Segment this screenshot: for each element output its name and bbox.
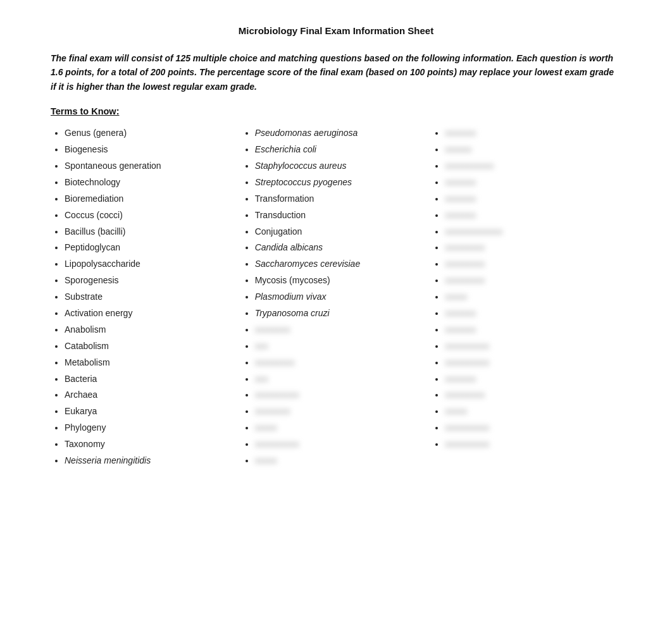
list-item: xxxxxxx — [445, 305, 609, 322]
list-item: Bacillus (bacilli) — [65, 224, 228, 240]
list-item: Coccus (cocci) — [65, 207, 228, 224]
list-item: xxxxxxxxxxx — [445, 158, 609, 175]
col1-list: Genus (genera) Biogenesis Spontaneous ge… — [51, 125, 228, 469]
list-item: xxxxx — [445, 289, 609, 305]
list-item: xxxxxxxxx — [445, 273, 609, 289]
list-item: xxxxx — [255, 453, 419, 469]
list-item: xxxxxxx — [445, 191, 609, 207]
list-item: xxxxxxxxxx — [445, 355, 609, 371]
list-item: Pseudomonas aeruginosa — [255, 125, 419, 142]
list-item: Mycosis (mycoses) — [255, 273, 419, 289]
list-item: xxx — [255, 338, 419, 355]
list-item: xxxxxxxxxx — [255, 387, 419, 403]
intro-paragraph: The final exam will consist of 125 multi… — [51, 51, 621, 94]
list-item: xxxxxxx — [445, 207, 609, 224]
list-item: Streptococcus pyogenes — [255, 175, 419, 191]
list-item: xxxxx — [255, 420, 419, 436]
list-item: Escherichia coli — [255, 142, 419, 158]
list-item: xxxxx — [445, 403, 609, 420]
list-item: Lipopolysaccharide — [65, 256, 228, 273]
page-title: Microbiology Final Exam Information Shee… — [51, 25, 621, 36]
list-item: Neisseria meningitidis — [65, 453, 228, 469]
list-item: Plasmodium vivax — [255, 289, 419, 305]
list-item: xxxxxx — [445, 142, 609, 158]
list-item: xxxxxxxxxx — [445, 338, 609, 355]
list-item: Saccharomyces cerevisiae — [255, 256, 419, 273]
list-item: Candida albicans — [255, 240, 419, 256]
list-item: Biotechnology — [65, 175, 228, 191]
list-item: xxx — [255, 371, 419, 388]
list-item: Archaea — [65, 387, 228, 403]
list-item: xxxxxxxx — [255, 322, 419, 338]
list-item: xxxxxxxx — [255, 403, 419, 420]
terms-columns: Genus (genera) Biogenesis Spontaneous ge… — [51, 125, 621, 469]
list-item: xxxxxxx — [445, 322, 609, 338]
list-item: xxxxxxxxx — [445, 240, 609, 256]
column-3: xxxxxxx xxxxxx xxxxxxxxxxx xxxxxxx xxxxx… — [431, 125, 621, 453]
list-item: xxxxxxxxxx — [255, 436, 419, 453]
section-heading: Terms to Know: — [51, 106, 621, 116]
list-item: Metabolism — [65, 355, 228, 371]
list-item: xxxxxxxxx — [255, 355, 419, 371]
list-item: Bioremediation — [65, 191, 228, 207]
list-item: xxxxxxxxxxxxx — [445, 224, 609, 240]
list-item: xxxxxxxxxx — [445, 420, 609, 436]
list-item: Phylogeny — [65, 420, 228, 436]
list-item: Eukarya — [65, 403, 228, 420]
list-item: Taxonomy — [65, 436, 228, 453]
list-item: Genus (genera) — [65, 125, 228, 142]
list-item: Substrate — [65, 289, 228, 305]
list-item: xxxxxxx — [445, 371, 609, 388]
list-item-activation-energy: Activation energy — [65, 305, 228, 322]
list-item: xxxxxxxxxx — [445, 436, 609, 453]
list-item: Peptidoglycan — [65, 240, 228, 256]
list-item: Spontaneous generation — [65, 158, 228, 175]
column-2: Pseudomonas aeruginosa Escherichia coli … — [241, 125, 432, 469]
col2-list: Pseudomonas aeruginosa Escherichia coli … — [241, 125, 419, 469]
list-item: Catabolism — [65, 338, 228, 355]
column-1: Genus (genera) Biogenesis Spontaneous ge… — [51, 125, 241, 469]
col3-list: xxxxxxx xxxxxx xxxxxxxxxxx xxxxxxx xxxxx… — [431, 125, 609, 453]
list-item: Staphylococcus aureus — [255, 158, 419, 175]
list-item: Trypanosoma cruzi — [255, 305, 419, 322]
list-item: xxxxxxxxx — [445, 387, 609, 403]
list-item: xxxxxxx — [445, 175, 609, 191]
list-item: Biogenesis — [65, 142, 228, 158]
list-item: Bacteria — [65, 371, 228, 388]
list-item: Conjugation — [255, 224, 419, 240]
list-item: Anabolism — [65, 322, 228, 338]
list-item: xxxxxxx — [445, 125, 609, 142]
list-item: xxxxxxxxx — [445, 256, 609, 273]
list-item: Sporogenesis — [65, 273, 228, 289]
list-item: Transformation — [255, 191, 419, 207]
list-item: Transduction — [255, 207, 419, 224]
